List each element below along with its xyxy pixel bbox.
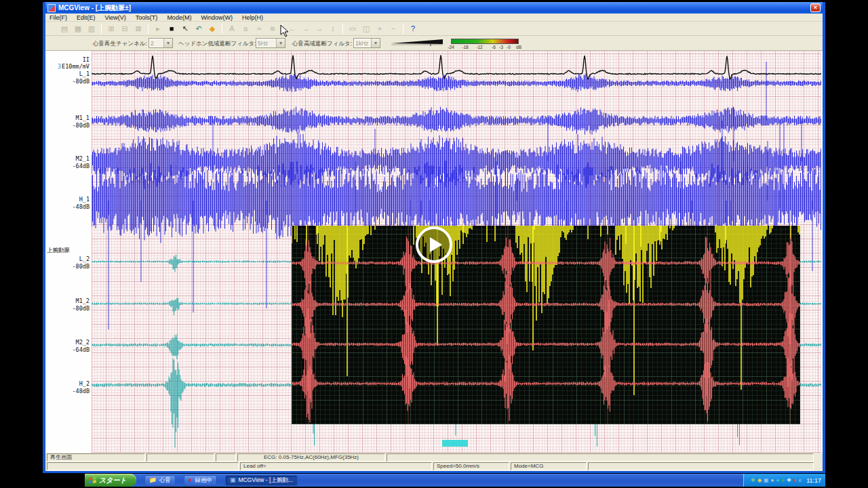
overlay-yellow-spikes (292, 226, 800, 395)
gain-down-button[interactable]: − (387, 23, 400, 35)
help-button[interactable]: ? (406, 23, 420, 35)
playback-channel-select[interactable]: 2▼ (149, 38, 173, 48)
chevron-down-icon: ▼ (371, 39, 380, 47)
layout-single-button[interactable]: ▭ (346, 23, 359, 35)
lowcut-filter-select[interactable]: 5Hz▼ (256, 38, 285, 48)
undo-button[interactable]: ↶ (192, 23, 205, 35)
print-button[interactable]: ▥ (85, 23, 98, 35)
channel-label-M1_1: M1_1 (47, 115, 90, 121)
zoom-out-button[interactable]: ⊟ (118, 23, 132, 35)
channel-label--80dB: -80dB (47, 122, 90, 129)
mouse-cursor (280, 24, 290, 38)
channel-label-H_2: H_2 (47, 380, 90, 387)
channel-label-gutter: II3E10mm/mVL_1-80dBM1_1-80dBM2_1-64dBH_1… (45, 51, 92, 453)
scroll-right-button[interactable]: → (299, 23, 313, 35)
taskbar-clock[interactable]: 11:17 (806, 477, 821, 484)
menu-item-window[interactable]: Window(W) (201, 14, 233, 21)
ie-icon[interactable]: e (799, 478, 802, 483)
text-small-button[interactable]: a (239, 23, 252, 35)
toolbar-separator (222, 24, 222, 34)
menu-item-edit[interactable]: Edit(E) (77, 14, 96, 21)
task-heart-sound[interactable]: 📁心音 (144, 475, 176, 486)
stop-button[interactable]: ■ (165, 23, 178, 35)
playback-marker (442, 440, 468, 447)
play-icon (430, 237, 442, 252)
volume-wedge-slider[interactable] (391, 39, 446, 46)
system-tray: ❖◆▣●●●✚●e11:17 (743, 474, 825, 487)
status-row-2: Lead off=Speed=50.0mm/sMode=MCG (47, 462, 821, 470)
wave-filter-1-button[interactable]: ≈ (252, 23, 266, 35)
menu-item-help[interactable]: Help(H) (242, 14, 263, 21)
status-cell: 再生画面 (47, 453, 145, 462)
status-cell: Speed=50.0mm/s (433, 462, 509, 470)
start-button[interactable]: スタート (85, 474, 136, 487)
db-tick--6: -6 (492, 45, 496, 49)
title-bar[interactable]: MCGView - [上腕動脈±] × (45, 2, 823, 14)
task-mcgview[interactable]: ▣MCGView - [上腕動... (225, 475, 298, 486)
channel-label--48dB: -48dB (47, 203, 90, 210)
status-cell (47, 462, 239, 470)
highcut-filter-select[interactable]: 1kHz▼ (353, 38, 380, 48)
windows-flag-icon (89, 476, 96, 483)
db-tick--12: -12 (476, 45, 482, 49)
channel-label-H_1: H_1 (47, 196, 90, 203)
menu-item-view[interactable]: View(V) (105, 14, 126, 21)
channel-label--80dB: -80dB (47, 263, 90, 270)
channel-label-II: II (47, 56, 90, 63)
mcg-app-icon: ▣ (230, 477, 236, 483)
expand-amp-button[interactable]: ↕ (326, 23, 340, 35)
toolbar-separator (342, 24, 343, 34)
close-button[interactable]: × (810, 3, 821, 12)
record-icon: ● (189, 477, 192, 483)
marker-button[interactable]: ◆ (205, 23, 219, 35)
sound-controls-toolbar: 心音再生チャンネル: 2▼ ヘッドホン低域遮断フィルタ: 5Hz▼ 心音高域遮断… (45, 36, 823, 51)
toolbar-separator (148, 24, 149, 34)
channel-label-E10mm/mV: 3E10mm/mV (47, 63, 90, 70)
play-button[interactable] (416, 226, 452, 263)
layout-split-button[interactable]: ◫ (359, 23, 373, 35)
trace-L_1 (92, 73, 821, 92)
db-tick--3: -3 (499, 45, 503, 49)
mcgview-window: MCGView - [上腕動脈±] × File(F)Edit(E)View(V… (43, 2, 825, 473)
menu-item-tools[interactable]: Tools(T) (136, 14, 158, 21)
volume-icon[interactable]: ● (771, 478, 774, 483)
security-icon[interactable]: ❖ (751, 478, 755, 483)
im-icon[interactable]: ◆ (757, 478, 762, 483)
channel-label--80dB: -80dB (47, 78, 90, 85)
db-tick--18: -18 (462, 45, 468, 49)
task-recording[interactable]: ●録画中 (184, 475, 217, 486)
menu-bar: File(F)Edit(E)View(V)Tools(T)Mode(M)Wind… (45, 14, 823, 22)
overlay-sound-row-4 (292, 350, 800, 423)
trace-M1_1 (92, 62, 821, 216)
lowcut-filter-label: ヘッドホン低域遮断フィルタ: (178, 40, 256, 48)
expand-time-button[interactable]: ↔ (313, 23, 326, 35)
channel-label-M2_1: M2_1 (47, 155, 90, 162)
menu-item-mode[interactable]: Mode(M) (167, 14, 191, 21)
taskbar: スタート 📁心音●録画中▣MCGView - [上腕動... ❖◆▣●●●✚●e… (85, 474, 825, 487)
gain-up-button[interactable]: + (373, 23, 387, 35)
highcut-filter-label: 心音高域遮断フィルタ: (292, 40, 352, 48)
status-row-1: 再生画面ECG: 0.05-75Hz,AC(60Hz),MFG(35Hz) (47, 453, 821, 462)
play-button[interactable]: ▸ (151, 23, 165, 35)
waveform-client-area: II3E10mm/mVL_1-80dBM1_1-80dBM2_1-64dBH_1… (45, 51, 823, 453)
update-icon[interactable]: ✚ (787, 478, 791, 483)
zoom-in-button[interactable]: ⊞ (104, 23, 118, 35)
display-icon[interactable]: ▣ (764, 478, 769, 483)
save-button[interactable]: ▦ (71, 23, 85, 35)
antivirus-icon[interactable]: ● (781, 478, 785, 483)
pointer-button[interactable]: ↖ (178, 23, 192, 35)
db-scale-ticks: -24-18-12-6-3-0dB (451, 45, 527, 50)
status-cell: Lead off= (240, 462, 432, 470)
video-inset-overlay[interactable] (292, 226, 800, 424)
text-large-button[interactable]: A (225, 23, 239, 35)
chevron-down-icon: ▼ (276, 39, 285, 47)
close-view-button[interactable]: ⊠ (132, 23, 145, 35)
open-button[interactable]: ▤ (58, 23, 71, 35)
trace-ecg-II (92, 55, 821, 79)
network-icon[interactable]: ● (776, 478, 779, 483)
channel-label-M1_2: M1_2 (47, 298, 90, 304)
channel-label--64dB: -64dB (47, 163, 90, 169)
wave-filter-2-button[interactable]: ≋ (266, 23, 279, 35)
menu-item-file[interactable]: File(F) (50, 14, 67, 21)
record-tray-icon[interactable]: ● (793, 478, 797, 483)
